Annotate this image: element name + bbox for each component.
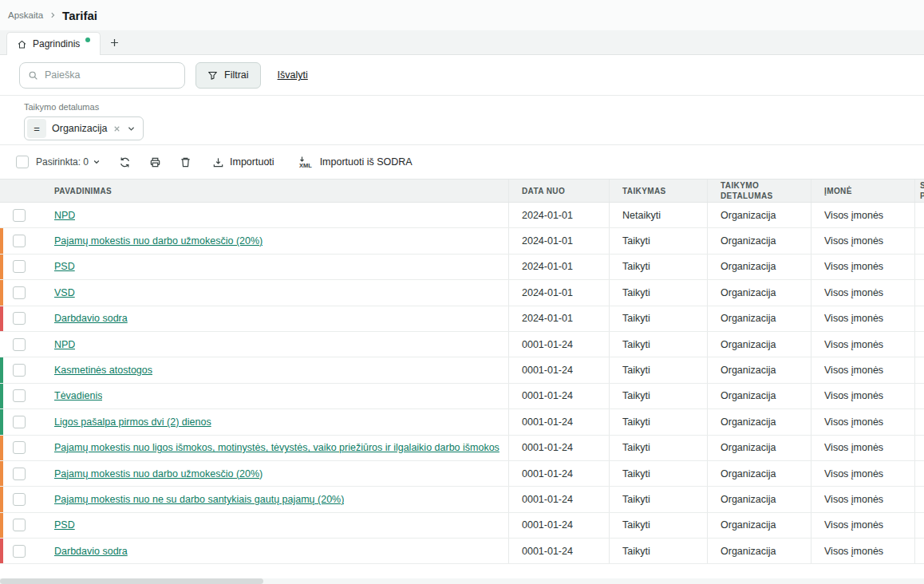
cell-detail: Organizacija xyxy=(707,228,811,253)
table-body: NPD 2024-01-01 Netaikyti Organizacija Vi… xyxy=(0,203,924,564)
row-checkbox[interactable] xyxy=(13,209,26,222)
clear-filters-link[interactable]: Išvalyti xyxy=(278,69,308,81)
cell-date: 2024-01-01 xyxy=(508,280,609,305)
cell-date: 0001-01-24 xyxy=(508,409,609,434)
row-checkbox[interactable] xyxy=(13,338,26,351)
cell-detail: Organizacija xyxy=(707,255,811,279)
delete-button[interactable] xyxy=(180,156,192,168)
row-checkbox[interactable] xyxy=(13,235,26,247)
row-status-stripe xyxy=(0,203,3,227)
row-status-stripe xyxy=(0,255,3,279)
row-status-stripe xyxy=(0,306,3,331)
tariff-link[interactable]: Pajamų mokestis nuo darbo užmokesčio (20… xyxy=(54,468,263,479)
filter-operator-button[interactable]: = xyxy=(27,119,46,138)
refresh-button[interactable] xyxy=(119,156,131,168)
cell-name: Kasmetinės atostogos xyxy=(41,357,508,382)
row-checkbox-cell xyxy=(0,332,41,357)
cell-partial xyxy=(914,384,924,408)
cell-company: Visos įmonės xyxy=(811,461,914,486)
row-checkbox[interactable] xyxy=(13,312,26,325)
cell-name: Pajamų mokestis nuo darbo užmokesčio (20… xyxy=(41,461,508,486)
tariff-link[interactable]: Darbdavio sodra xyxy=(54,546,128,557)
col-header-pavadinimas[interactable]: PAVADINIMAS xyxy=(41,180,508,202)
col-header-taikymas[interactable]: TAIKYMAS xyxy=(609,180,707,202)
row-checkbox[interactable] xyxy=(13,286,26,299)
row-checkbox[interactable] xyxy=(13,441,26,454)
row-checkbox[interactable] xyxy=(13,364,26,377)
row-checkbox[interactable] xyxy=(13,389,26,402)
horizontal-scrollbar[interactable] xyxy=(0,578,924,584)
cell-date: 2024-01-01 xyxy=(508,306,609,331)
cell-company: Visos įmonės xyxy=(811,409,914,434)
row-checkbox[interactable] xyxy=(13,468,26,480)
row-checkbox-cell xyxy=(0,513,41,538)
row-checkbox-cell xyxy=(0,203,41,227)
filters-button-label: Filtrai xyxy=(224,69,249,81)
row-status-stripe xyxy=(0,436,3,460)
tab-pagrindinis[interactable]: Pagrindinis xyxy=(6,32,101,55)
table-row: NPD 0001-01-24 Taikyti Organizacija Viso… xyxy=(0,332,924,357)
col-header-partial: SP xyxy=(914,180,924,202)
search-filter-row: Filtrai Išvalyti xyxy=(0,55,924,95)
row-status-stripe xyxy=(0,539,3,563)
tariff-link[interactable]: Kasmetinės atostogos xyxy=(54,365,152,376)
filter-chip-organizacija[interactable]: = Organizacija xyxy=(24,116,144,140)
tariff-link[interactable]: NPD xyxy=(54,210,75,221)
tariff-link[interactable]: Ligos pašalpa pirmos dvi (2) dienos xyxy=(54,416,211,428)
print-button[interactable] xyxy=(149,156,161,168)
tariff-link[interactable]: NPD xyxy=(54,339,75,350)
col-header-data-nuo[interactable]: DATA NUO xyxy=(508,180,609,202)
tab-label: Pagrindinis xyxy=(33,38,80,49)
row-checkbox-cell xyxy=(0,409,41,434)
row-checkbox-cell xyxy=(0,357,41,382)
tariff-link[interactable]: PSD xyxy=(54,519,75,531)
cell-partial xyxy=(914,228,924,253)
tariff-link[interactable]: Darbdavio sodra xyxy=(54,313,128,324)
cell-apply: Taikyti xyxy=(609,228,707,253)
tariff-link[interactable]: PSD xyxy=(54,261,75,272)
cell-name: NPD xyxy=(41,332,508,357)
row-checkbox[interactable] xyxy=(13,519,26,531)
row-checkbox-cell xyxy=(0,228,41,253)
row-checkbox[interactable] xyxy=(13,416,26,428)
tariff-link[interactable]: VSD xyxy=(54,287,75,298)
filters-button[interactable]: Filtrai xyxy=(195,62,261,89)
cell-date: 0001-01-24 xyxy=(508,513,609,538)
add-tab-button[interactable] xyxy=(101,31,128,54)
row-status-stripe xyxy=(0,461,3,486)
chevron-down-icon[interactable] xyxy=(127,124,136,133)
breadcrumb-parent-link[interactable]: Apskaita xyxy=(8,10,43,20)
search-icon xyxy=(28,70,38,81)
tariff-link[interactable]: Pajamų mokestis nuo darbo užmokesčio (20… xyxy=(54,235,263,247)
table-row: PSD 0001-01-24 Taikyti Organizacija Viso… xyxy=(0,513,924,539)
row-checkbox-cell xyxy=(0,280,41,305)
cell-apply: Taikyti xyxy=(609,487,707,511)
tariff-link[interactable]: Pajamų mokestis nuo ne su darbo santykia… xyxy=(54,494,344,505)
import-sodra-button[interactable]: XML Importuoti iš SODRA xyxy=(298,156,413,168)
table-toolbar: Pasirinkta: 0 Importuoti xyxy=(0,145,924,179)
search-input[interactable] xyxy=(45,69,176,81)
row-status-stripe xyxy=(0,332,3,357)
cell-date: 2024-01-01 xyxy=(508,255,609,279)
row-checkbox[interactable] xyxy=(13,493,26,506)
tariff-link[interactable]: Tėvadienis xyxy=(54,390,102,401)
select-all-checkbox[interactable] xyxy=(16,156,29,168)
selection-menu-chevron-icon[interactable] xyxy=(93,158,101,166)
cell-detail: Organizacija xyxy=(707,280,811,305)
remove-filter-icon[interactable] xyxy=(113,124,121,133)
row-status-stripe xyxy=(0,280,3,305)
col-header-checkbox xyxy=(0,180,41,202)
cell-apply: Taikyti xyxy=(609,409,707,434)
import-button[interactable]: Importuoti xyxy=(212,156,274,168)
cell-name: Pajamų mokestis nuo darbo užmokesčio (20… xyxy=(41,228,508,253)
refresh-icon xyxy=(119,156,131,168)
tab-bar: Pagrindinis xyxy=(0,30,924,55)
row-checkbox[interactable] xyxy=(13,545,26,558)
col-header-taikymo-detalumas[interactable]: TAIKYMO DETALUMAS xyxy=(707,180,811,202)
row-checkbox[interactable] xyxy=(13,260,26,273)
scrollbar-thumb[interactable] xyxy=(0,578,263,584)
tariff-link[interactable]: Pajamų mokestis nuo ligos išmokos, motin… xyxy=(54,442,500,453)
cell-company: Visos įmonės xyxy=(811,332,914,357)
table-row: NPD 2024-01-01 Netaikyti Organizacija Vi… xyxy=(0,203,924,228)
col-header-imone[interactable]: ĮMONĖ xyxy=(811,180,914,202)
